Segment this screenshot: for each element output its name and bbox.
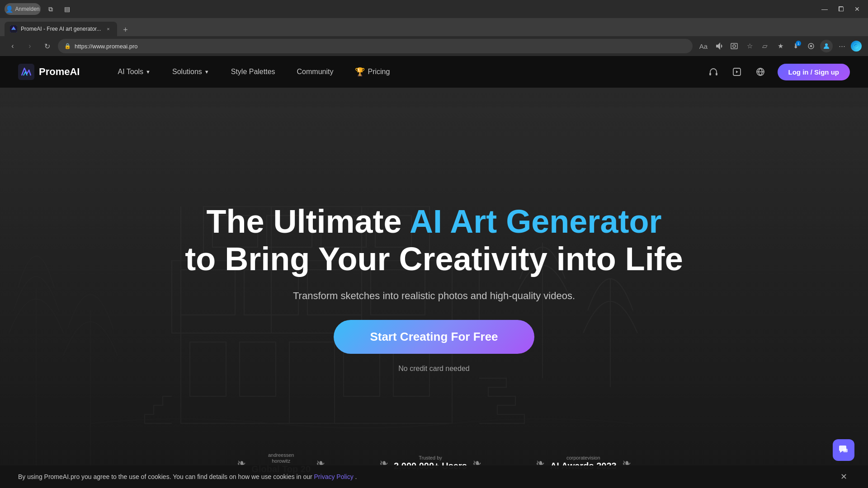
tab-close-button[interactable]: × xyxy=(104,25,112,33)
logo-icon xyxy=(18,64,34,80)
hero-title-part2: to Bring Your Creativity into Life xyxy=(185,241,683,277)
nav-style-palettes[interactable]: Style Palettes xyxy=(220,68,286,76)
award-logo-2: Trusted by xyxy=(394,455,467,461)
refresh-button[interactable]: ↻ xyxy=(41,40,53,52)
login-signup-button[interactable]: Log in / Sign up xyxy=(778,64,850,80)
minimize-button[interactable]: — xyxy=(818,3,831,15)
nav-solutions[interactable]: Solutions ▼ xyxy=(161,68,220,76)
chat-widget-button[interactable] xyxy=(833,439,854,461)
url-text: https://www.promeai.pro xyxy=(75,43,686,50)
profile-button[interactable] xyxy=(820,40,833,52)
svg-rect-1 xyxy=(731,43,737,49)
svg-point-2 xyxy=(733,45,736,47)
nav-ai-tools[interactable]: AI Tools ▼ xyxy=(107,68,161,76)
nav-community[interactable]: Community xyxy=(286,68,344,76)
downloads-badge: 1 xyxy=(796,41,801,46)
favorites-bar-button[interactable]: ★ xyxy=(774,40,787,52)
new-tab-button[interactable]: + xyxy=(119,23,132,36)
award-logo-1: andreessen horowitz xyxy=(251,452,311,464)
hero-title-highlight1: AI Art Generator xyxy=(410,203,661,239)
svg-rect-7 xyxy=(716,73,717,75)
active-tab[interactable]: PromeAI - Free AI art generator... × xyxy=(5,22,117,36)
hero-subtitle: Transform sketches into realistic photos… xyxy=(293,290,575,302)
tab-title: PromeAI - Free AI art generator... xyxy=(21,26,101,32)
settings-button[interactable]: ⋯ xyxy=(835,40,848,52)
browser-profile-button[interactable]: 👤 Anmelden xyxy=(5,3,41,15)
privacy-policy-link[interactable]: Privacy Policy xyxy=(314,473,354,480)
toolbar-actions: Aa ☆ ▱ ★ ⬇ 1 ⋯ xyxy=(697,40,862,52)
browser-toolbar: ‹ › ↻ 🔒 https://www.promeai.pro Aa ☆ ▱ ★… xyxy=(0,36,868,56)
downloads-button[interactable]: ⬇ 1 xyxy=(789,40,802,52)
profile-label: Anmelden xyxy=(15,6,39,12)
svg-point-4 xyxy=(825,43,828,46)
cta-button[interactable]: Start Creating For Free xyxy=(334,320,534,354)
screenshot-button[interactable] xyxy=(728,40,741,52)
browser-extension-button[interactable] xyxy=(805,40,817,52)
website-content: PromeAI AI Tools ▼ Solutions ▼ Style Pal… xyxy=(0,56,868,488)
logo-text: PromeAI xyxy=(39,66,80,78)
favorites-button[interactable]: ☆ xyxy=(743,40,756,52)
svg-rect-6 xyxy=(709,73,711,75)
nav-links: AI Tools ▼ Solutions ▼ Style Palettes Co… xyxy=(107,67,705,77)
read-aloud-button[interactable] xyxy=(712,40,725,52)
address-bar[interactable]: 🔒 https://www.promeai.pro xyxy=(58,39,693,53)
no-credit-text: No credit card needed xyxy=(398,365,469,373)
hero-title-part1: The Ultimate xyxy=(207,203,410,239)
dropdown-arrow-icon: ▼ xyxy=(204,69,209,75)
language-icon[interactable] xyxy=(752,64,769,80)
tutorial-icon[interactable] xyxy=(729,64,745,80)
dropdown-arrow-icon: ▼ xyxy=(146,69,151,75)
sidebar-toggle-button[interactable]: ▤ xyxy=(61,3,73,15)
forward-button[interactable]: › xyxy=(24,40,36,52)
hero-title: The Ultimate AI Art Generator to Bring Y… xyxy=(185,203,683,278)
cookie-text: By using PromeAI.pro you agree to the us… xyxy=(18,473,834,480)
site-logo[interactable]: PromeAI xyxy=(18,64,80,80)
split-screen-button[interactable]: ▱ xyxy=(759,40,771,52)
copy-tab-button[interactable]: ⧉ xyxy=(44,3,57,15)
reader-view-button[interactable]: Aa xyxy=(697,40,710,52)
nav-icon-buttons xyxy=(705,64,769,80)
back-button[interactable]: ‹ xyxy=(6,40,19,52)
headphones-icon[interactable] xyxy=(705,64,722,80)
site-navigation: PromeAI AI Tools ▼ Solutions ▼ Style Pal… xyxy=(0,56,868,88)
window-controls: — ⧠ ✕ xyxy=(818,3,863,15)
close-button[interactable]: ✕ xyxy=(851,3,863,15)
maximize-button[interactable]: ⧠ xyxy=(835,3,847,15)
nav-pricing[interactable]: 🏆 Pricing xyxy=(344,67,401,77)
hero-content: The Ultimate AI Art Generator to Bring Y… xyxy=(176,194,692,382)
browser-tab-bar: PromeAI - Free AI art generator... × + xyxy=(0,18,868,36)
edge-icon xyxy=(851,41,862,52)
hero-section: The Ultimate AI Art Generator to Bring Y… xyxy=(0,88,868,488)
award-logo-3: corporatevision xyxy=(550,455,617,461)
lock-icon: 🔒 xyxy=(64,43,71,49)
tab-favicon xyxy=(10,25,17,33)
svg-rect-40 xyxy=(843,449,848,452)
cookie-banner: By using PromeAI.pro you agree to the us… xyxy=(0,465,868,488)
cookie-close-button[interactable]: ✕ xyxy=(837,470,850,483)
browser-titlebar: 👤 Anmelden ⧉ ▤ — ⧠ ✕ xyxy=(0,0,868,18)
